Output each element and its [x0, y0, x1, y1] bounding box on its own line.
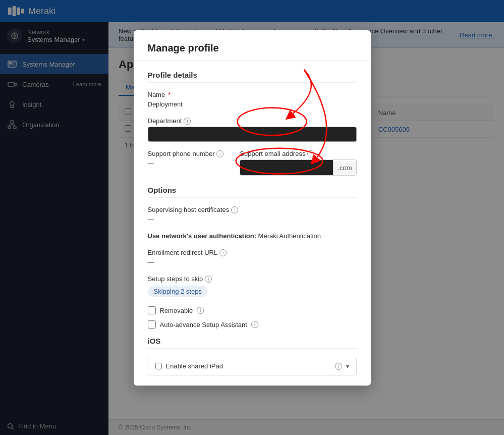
ios-section-title: iOS [148, 337, 357, 349]
modal-header: Manage profile [134, 30, 371, 61]
department-field-group: Department i [148, 117, 357, 142]
enable-shared-ipad-toggle[interactable]: Enable shared iPad i ▾ [148, 357, 357, 375]
enrollment-redirect-field-group: Enrollment redirect URL i — [148, 249, 357, 266]
network-auth-field-group: Use network's user authentication: Merak… [148, 232, 357, 240]
setup-steps-field-group: Setup steps to skip i Skipping 2 steps [148, 275, 357, 297]
enrollment-redirect-label: Enrollment redirect URL i [148, 249, 357, 256]
department-phone-row: Department i [148, 117, 357, 142]
enable-shared-ipad-info-icon[interactable]: i [335, 363, 342, 370]
department-info-icon[interactable]: i [184, 118, 191, 125]
support-email-label: Support email address i [240, 150, 356, 157]
email-suffix: .com [333, 161, 356, 175]
auto-advance-checkbox[interactable] [148, 320, 156, 329]
modal-title: Manage profile [148, 42, 357, 54]
removable-checkbox[interactable] [148, 306, 156, 314]
support-email-field-group: Support email address i .com [240, 150, 356, 176]
supervising-host-field-group: Supervising host certificates i — [148, 206, 357, 223]
shared-ipad-chevron-icon: ▾ [346, 363, 349, 370]
supervising-host-value: — [148, 215, 357, 223]
support-phone-label: Support phone number i [148, 150, 230, 157]
manage-profile-modal: Manage profile Profile details Name * De… [134, 30, 371, 386]
name-required-marker: * [168, 91, 171, 98]
supervising-host-info-icon[interactable]: i [231, 206, 238, 213]
supervising-host-label: Supervising host certificates i [148, 206, 357, 213]
removable-info-icon[interactable]: i [197, 307, 204, 314]
name-field-value: Deployment [148, 100, 357, 108]
options-section-title: Options [148, 186, 357, 198]
network-auth-row: Use network's user authentication: Merak… [148, 232, 357, 240]
profile-details-section-title: Profile details [148, 71, 357, 83]
support-phone-field-group: Support phone number i — [148, 150, 230, 176]
enrollment-redirect-info-icon[interactable]: i [219, 249, 227, 256]
support-email-input[interactable] [240, 160, 333, 175]
support-email-input-wrapper: .com [240, 159, 356, 176]
department-label: Department i [148, 117, 357, 125]
support-fields-row: Support phone number i — Support email a… [148, 150, 357, 176]
removable-checkbox-row: Removable i [148, 306, 357, 314]
auto-advance-checkbox-row: Auto-advance Setup Assistant i [148, 320, 357, 329]
support-email-info-icon[interactable]: i [307, 150, 314, 157]
department-input[interactable] [148, 127, 357, 142]
support-phone-info-icon[interactable]: i [216, 150, 223, 157]
setup-steps-label: Setup steps to skip i [148, 275, 357, 283]
enable-shared-ipad-checkbox[interactable] [155, 363, 162, 369]
modal-overlay: Manage profile Profile details Name * De… [0, 0, 504, 435]
enrollment-redirect-value: — [148, 258, 357, 266]
name-field-group: Name * Deployment [148, 91, 357, 108]
auto-advance-info-icon[interactable]: i [251, 321, 258, 328]
enable-shared-ipad-label: Enable shared iPad [166, 362, 331, 370]
setup-steps-chip: Skipping 2 steps [148, 286, 208, 297]
modal-body: Profile details Name * Deployment Depart… [134, 61, 371, 386]
setup-steps-info-icon[interactable]: i [205, 276, 212, 283]
name-field-label: Name * [148, 91, 357, 98]
support-phone-value: — [148, 159, 230, 167]
